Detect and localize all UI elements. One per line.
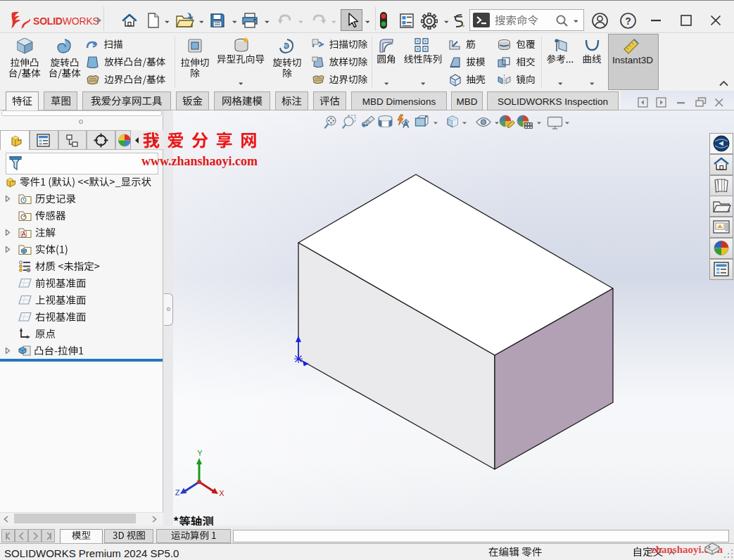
svg-text:Y: Y	[197, 449, 203, 457]
svg-text:?: ?	[625, 15, 631, 27]
svg-text:Z: Z	[175, 488, 180, 497]
svg-text:X: X	[219, 489, 224, 497]
